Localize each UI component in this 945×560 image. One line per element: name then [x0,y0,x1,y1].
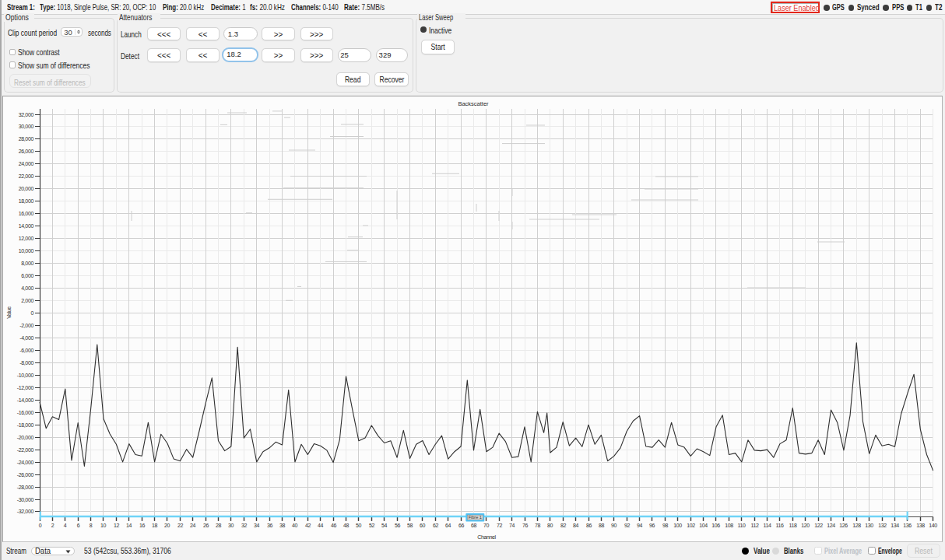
svg-text:24,000: 24,000 [19,161,34,166]
svg-text:44: 44 [318,523,324,528]
svg-text:48: 48 [343,523,350,528]
svg-text:66: 66 [458,523,465,528]
svg-text:-16,000: -16,000 [17,410,34,415]
svg-text:134: 134 [891,523,899,528]
svg-text:92: 92 [624,523,631,528]
svg-text:64: 64 [445,523,451,528]
svg-text:4,000: 4,000 [21,285,33,291]
svg-text:54: 54 [381,523,388,528]
svg-text:116: 116 [775,523,784,528]
svg-text:106: 106 [711,523,720,528]
svg-text:52: 52 [369,523,375,528]
svg-text:22,000: 22,000 [19,173,34,179]
svg-text:Fibre 1: Fibre 1 [469,515,482,520]
svg-text:32,000: 32,000 [19,112,34,117]
svg-text:88: 88 [599,523,605,528]
svg-text:12: 12 [114,523,120,528]
svg-text:-20,000: -20,000 [17,435,34,440]
svg-text:118: 118 [789,523,797,528]
svg-text:40: 40 [292,523,298,528]
svg-text:16,000: 16,000 [19,211,34,216]
svg-text:2,000: 2,000 [21,298,33,303]
svg-text:8,000: 8,000 [21,261,33,266]
svg-text:62: 62 [433,523,439,528]
svg-text:0: 0 [30,310,33,316]
svg-text:Channel: Channel [477,534,496,540]
svg-text:42: 42 [305,523,311,528]
svg-text:10: 10 [100,523,107,528]
svg-text:130: 130 [865,523,873,528]
svg-text:96: 96 [649,523,655,528]
svg-text:16: 16 [139,523,146,528]
svg-text:126: 126 [839,523,848,528]
svg-text:82: 82 [560,523,567,528]
svg-text:132: 132 [878,523,887,528]
svg-text:-10,000: -10,000 [17,373,34,378]
svg-text:-12,000: -12,000 [17,385,34,390]
svg-text:100: 100 [673,523,682,528]
svg-text:50: 50 [356,523,362,528]
svg-text:-2,000: -2,000 [19,323,33,328]
svg-text:76: 76 [522,523,529,528]
svg-text:-32,000: -32,000 [17,509,34,514]
svg-text:24: 24 [190,523,196,528]
svg-text:Backscatter: Backscatter [458,100,489,107]
svg-text:102: 102 [687,523,695,528]
svg-text:36: 36 [267,523,273,528]
svg-text:8: 8 [90,523,93,528]
svg-text:28: 28 [216,523,222,528]
svg-text:6: 6 [77,523,80,528]
svg-text:30: 30 [228,523,234,528]
svg-text:6,000: 6,000 [21,273,33,278]
svg-text:-14,000: -14,000 [17,397,34,403]
svg-text:26,000: 26,000 [19,149,34,154]
svg-text:104: 104 [699,523,708,528]
svg-text:18,000: 18,000 [19,198,34,204]
svg-text:-26,000: -26,000 [17,472,34,478]
svg-text:-4,000: -4,000 [19,335,33,341]
svg-text:-22,000: -22,000 [17,447,34,453]
svg-text:20,000: 20,000 [19,186,34,191]
svg-text:114: 114 [763,523,771,528]
svg-text:108: 108 [725,523,733,528]
svg-text:30,000: 30,000 [19,124,34,129]
svg-text:94: 94 [637,523,643,528]
svg-text:Value: Value [6,306,12,319]
svg-text:18: 18 [152,523,158,528]
svg-text:86: 86 [586,523,592,528]
svg-text:-6,000: -6,000 [19,348,33,353]
svg-text:34: 34 [254,523,260,528]
svg-text:68: 68 [471,523,477,528]
svg-text:98: 98 [662,523,669,528]
svg-text:112: 112 [750,523,759,528]
svg-text:138: 138 [916,523,925,528]
svg-text:14,000: 14,000 [19,223,34,229]
svg-text:80: 80 [547,523,553,528]
svg-text:124: 124 [827,523,835,528]
svg-text:4: 4 [64,523,67,528]
svg-text:38: 38 [279,523,286,528]
svg-text:74: 74 [509,523,515,528]
svg-text:28,000: 28,000 [19,136,34,142]
svg-text:84: 84 [573,523,579,528]
svg-text:22: 22 [177,523,184,528]
svg-text:122: 122 [814,523,823,528]
svg-text:-28,000: -28,000 [17,485,34,490]
svg-text:136: 136 [903,523,912,528]
svg-text:10,000: 10,000 [19,248,34,254]
svg-text:20: 20 [164,523,170,528]
svg-text:70: 70 [483,523,490,528]
svg-text:-8,000: -8,000 [19,360,33,366]
svg-text:56: 56 [395,523,401,528]
svg-text:-30,000: -30,000 [17,497,34,502]
svg-text:128: 128 [852,523,861,528]
svg-text:-24,000: -24,000 [17,460,34,465]
svg-text:110: 110 [737,523,746,528]
svg-text:26: 26 [203,523,209,528]
svg-text:46: 46 [331,523,337,528]
svg-text:2: 2 [51,523,54,528]
svg-text:12,000: 12,000 [19,236,34,241]
svg-text:120: 120 [801,523,810,528]
svg-text:0: 0 [39,523,42,528]
svg-text:90: 90 [611,523,617,528]
